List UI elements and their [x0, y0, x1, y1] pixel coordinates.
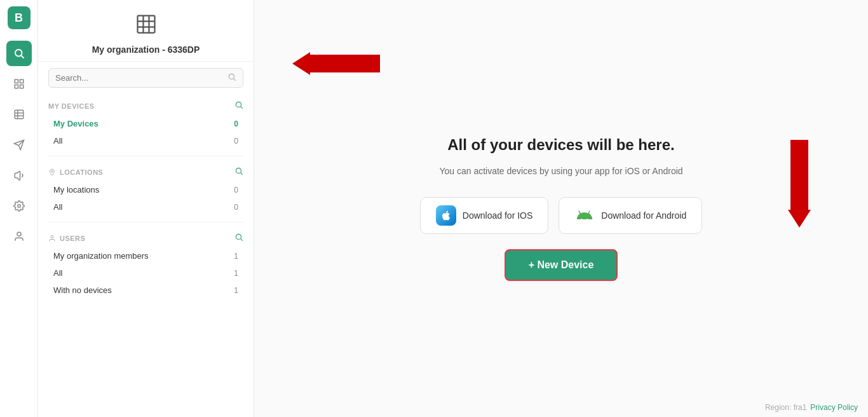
users-all-badge: 1: [226, 269, 238, 278]
empty-state-title: All of your devices will be here.: [447, 136, 674, 154]
divider-2: [48, 222, 243, 222]
users-section-title: USERS: [48, 235, 85, 242]
sidebar-item-send[interactable]: [6, 132, 32, 158]
locations-my-item[interactable]: My locations 0: [48, 181, 243, 198]
users-org-members-item[interactable]: My organization members 1: [48, 247, 243, 264]
new-device-label: + New Device: [529, 259, 594, 271]
devices-all-item[interactable]: All 0: [48, 132, 243, 149]
svg-point-13: [17, 232, 21, 236]
svg-point-23: [51, 170, 53, 172]
locations-section-header: LOCATIONS: [48, 167, 243, 177]
users-no-devices-item[interactable]: With no devices 1: [48, 282, 243, 299]
download-ios-label: Download for IOS: [463, 210, 533, 221]
sidebar-item-gear[interactable]: [6, 193, 32, 219]
download-ios-button[interactable]: Download for IOS: [420, 197, 549, 234]
devices-my-devices-label: My Devices: [53, 119, 98, 128]
locations-section-title: LOCATIONS: [48, 168, 103, 176]
svg-point-24: [236, 168, 241, 173]
sidebar-item-search[interactable]: [6, 41, 32, 66]
locations-all-badge: 0: [226, 203, 238, 212]
locations-my-label: My locations: [53, 185, 99, 195]
svg-line-20: [234, 79, 236, 81]
sidebar-item-grid[interactable]: [6, 71, 32, 97]
devices-my-devices-badge: 0: [226, 120, 238, 128]
svg-point-30: [587, 219, 588, 220]
users-no-devices-badge: 1: [226, 286, 238, 295]
privacy-policy-link[interactable]: Privacy Policy: [810, 403, 858, 412]
app-logo: B: [8, 6, 31, 29]
org-name: My organization - 6336DP: [92, 44, 200, 55]
sidebar-header: My organization - 6336DP: [38, 0, 254, 62]
svg-rect-14: [137, 16, 154, 33]
footer: Region: fra1 Privacy Policy: [765, 403, 858, 412]
svg-line-1: [21, 55, 24, 58]
sidebar-item-speaker[interactable]: [6, 163, 32, 188]
svg-rect-5: [20, 85, 23, 88]
divider-1: [48, 156, 243, 156]
users-all-label: All: [53, 268, 62, 278]
empty-state-subtitle: You can activate devices by using your a…: [439, 164, 682, 178]
search-input[interactable]: [55, 73, 227, 83]
svg-point-27: [236, 234, 241, 239]
download-android-button[interactable]: Download for Android: [559, 197, 702, 234]
users-section: USERS My organization members 1 All 1 Wi…: [38, 226, 254, 301]
download-android-label: Download for Android: [601, 210, 686, 221]
users-no-devices-label: With no devices: [53, 285, 112, 295]
users-section-header: USERS: [48, 233, 243, 243]
users-org-members-badge: 1: [226, 252, 238, 261]
users-all-item[interactable]: All 1: [48, 264, 243, 282]
locations-all-item[interactable]: All 0: [48, 198, 243, 215]
svg-line-28: [241, 239, 243, 241]
org-building-icon: [135, 13, 158, 41]
devices-section: MY DEVICES My Devices 0 All 0: [38, 94, 254, 152]
devices-search-icon[interactable]: [234, 100, 243, 111]
svg-point-21: [236, 102, 241, 107]
empty-state: All of your devices will be here. You ca…: [254, 0, 868, 417]
svg-line-25: [241, 173, 243, 175]
svg-point-29: [581, 219, 583, 220]
sidebar-item-chart[interactable]: [6, 102, 32, 127]
sidebar: My organization - 6336DP MY DEVICES My D…: [38, 0, 254, 417]
svg-line-22: [241, 107, 243, 109]
locations-section: LOCATIONS My locations 0 All 0: [38, 160, 254, 218]
ios-app-icon: [436, 205, 456, 226]
devices-section-header: MY DEVICES: [48, 100, 243, 111]
users-org-members-label: My organization members: [53, 251, 149, 261]
icon-bar: B: [0, 0, 38, 417]
locations-search-icon[interactable]: [234, 167, 243, 177]
android-app-icon: [574, 205, 595, 226]
devices-all-label: All: [53, 136, 62, 146]
svg-point-12: [17, 205, 20, 208]
svg-rect-4: [15, 85, 18, 88]
download-buttons-container: Download for IOS Download for Android: [420, 197, 702, 234]
sidebar-search-bar[interactable]: [48, 68, 243, 88]
svg-rect-6: [15, 110, 24, 119]
devices-section-title: MY DEVICES: [48, 102, 95, 110]
locations-all-label: All: [53, 202, 62, 212]
svg-rect-3: [20, 79, 23, 83]
region-text: Region: fra1: [765, 403, 806, 412]
devices-my-devices-item[interactable]: My Devices 0: [48, 115, 243, 132]
devices-all-badge: 0: [226, 137, 238, 146]
locations-my-badge: 0: [226, 186, 238, 195]
new-device-button[interactable]: + New Device: [505, 249, 618, 281]
svg-point-26: [51, 235, 53, 238]
main-content: All of your devices will be here. You ca…: [254, 0, 868, 417]
users-search-icon[interactable]: [234, 233, 243, 243]
svg-point-19: [229, 74, 234, 79]
search-icon: [227, 72, 236, 83]
sidebar-item-profile[interactable]: [6, 224, 32, 249]
svg-point-0: [15, 50, 22, 57]
svg-rect-2: [15, 79, 18, 83]
